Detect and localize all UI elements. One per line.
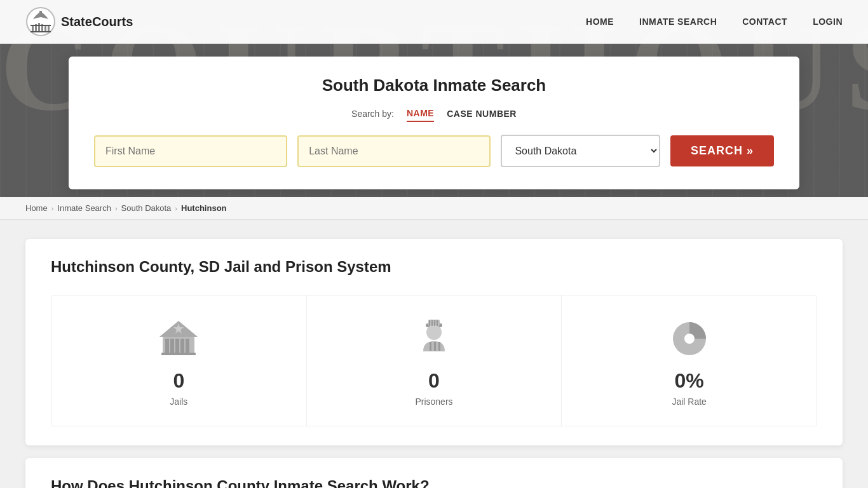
second-card: How Does Hutchinson County Inmate Search… <box>25 458 843 488</box>
site-name: StateCourts <box>61 15 133 29</box>
stat-prisoners: 0 Prisoners <box>307 295 562 426</box>
logo-area: StateCourts <box>25 6 586 37</box>
breadcrumb-sep-1: › <box>51 205 54 212</box>
tab-case-number[interactable]: CASE NUMBER <box>447 106 517 121</box>
state-select[interactable]: AlabamaAlaskaArizonaArkansasCaliforniaCo… <box>501 135 660 167</box>
svg-rect-5 <box>44 25 46 32</box>
nav-links: HOME INMATE SEARCH CONTACT LOGIN <box>586 16 843 27</box>
svg-point-30 <box>684 334 695 344</box>
breadcrumb-home[interactable]: Home <box>25 203 48 213</box>
logo-icon <box>25 6 56 37</box>
svg-rect-13 <box>175 339 179 353</box>
second-card-title: How Does Hutchinson County Inmate Search… <box>51 477 817 488</box>
svg-rect-1 <box>32 25 34 32</box>
svg-rect-26 <box>430 342 431 351</box>
jail-rate-value: 0% <box>675 369 704 393</box>
svg-rect-8 <box>39 11 42 13</box>
svg-rect-12 <box>170 339 174 353</box>
first-name-input[interactable] <box>94 135 287 167</box>
svg-rect-3 <box>38 23 40 32</box>
stats-row: 0 Jails <box>51 295 817 426</box>
prisoners-icon <box>412 315 456 359</box>
svg-rect-14 <box>180 339 184 353</box>
search-title: South Dakota Inmate Search <box>94 76 774 95</box>
breadcrumb-current: Hutchinson <box>181 203 227 213</box>
svg-rect-9 <box>31 31 51 32</box>
breadcrumb-sep-2: › <box>115 205 118 212</box>
svg-rect-18 <box>161 353 196 355</box>
stat-jails: 0 Jails <box>51 295 307 426</box>
svg-point-21 <box>426 325 442 340</box>
svg-rect-7 <box>31 25 51 26</box>
nav-login[interactable]: LOGIN <box>813 17 843 27</box>
jails-label: Jails <box>170 396 187 407</box>
svg-rect-6 <box>48 25 50 32</box>
breadcrumb-state[interactable]: South Dakota <box>121 203 172 213</box>
jails-value: 0 <box>173 369 184 393</box>
svg-rect-11 <box>165 339 169 353</box>
stats-card: Hutchinson County, SD Jail and Prison Sy… <box>25 239 843 445</box>
breadcrumb-sep-3: › <box>175 205 177 212</box>
svg-rect-27 <box>434 342 436 351</box>
svg-rect-28 <box>438 342 440 351</box>
search-by-label: Search by: <box>351 109 394 119</box>
nav-inmate-search[interactable]: INMATE SEARCH <box>639 17 717 27</box>
card-title: Hutchinson County, SD Jail and Prison Sy… <box>51 258 817 276</box>
breadcrumb: Home › Inmate Search › South Dakota › Hu… <box>0 197 868 220</box>
prisoners-value: 0 <box>428 369 440 393</box>
search-card: South Dakota Inmate Search Search by: NA… <box>69 57 799 189</box>
search-by-row: Search by: NAME CASE NUMBER <box>94 105 774 122</box>
svg-rect-23 <box>431 320 433 326</box>
tab-name[interactable]: NAME <box>407 105 434 122</box>
main-content: Hutchinson County, SD Jail and Prison Sy… <box>0 220 868 488</box>
svg-rect-24 <box>434 320 435 326</box>
last-name-input[interactable] <box>297 135 491 167</box>
svg-rect-25 <box>437 320 438 326</box>
svg-rect-22 <box>429 320 430 326</box>
breadcrumb-inmate-search[interactable]: Inmate Search <box>57 203 111 213</box>
nav-home[interactable]: HOME <box>586 17 614 27</box>
search-card-wrapper: South Dakota Inmate Search Search by: NA… <box>0 44 868 197</box>
jails-icon <box>156 315 201 359</box>
nav: StateCourts HOME INMATE SEARCH CONTACT L… <box>0 0 868 44</box>
svg-rect-15 <box>186 339 189 353</box>
nav-contact[interactable]: CONTACT <box>742 17 787 27</box>
search-button[interactable]: SEARCH » <box>670 135 774 166</box>
jail-rate-icon <box>667 315 712 359</box>
search-inputs-row: AlabamaAlaskaArizonaArkansasCaliforniaCo… <box>94 135 774 167</box>
prisoners-label: Prisoners <box>415 396 452 407</box>
jail-rate-label: Jail Rate <box>672 396 706 407</box>
stat-jail-rate: 0% Jail Rate <box>562 295 817 426</box>
